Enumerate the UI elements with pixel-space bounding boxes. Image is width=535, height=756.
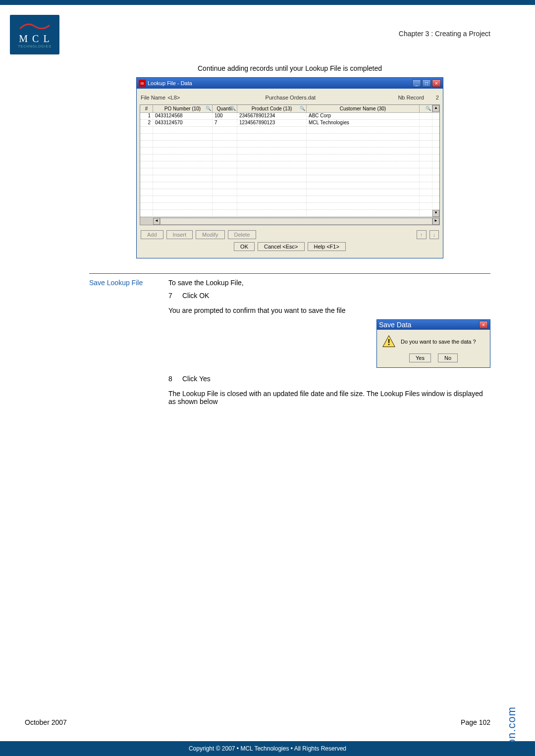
table-row: [140, 196, 439, 203]
table-row: [140, 154, 439, 161]
ok-button[interactable]: OK: [234, 242, 255, 251]
step-8-text: Click Yes: [182, 375, 211, 383]
scroll-left-button[interactable]: ◄: [153, 218, 160, 225]
search-icon: 🔍: [426, 106, 431, 111]
table-row: 1 0433124568 100 2345678901234 ABC Corp: [140, 113, 439, 120]
hscroll-track[interactable]: [160, 218, 432, 225]
wave-icon: [20, 21, 50, 31]
search-icon[interactable]: 🔍: [300, 106, 305, 111]
col-po[interactable]: PO Number (10)🔍: [153, 105, 213, 112]
save-line-2: You are prompted to confirm that you wan…: [168, 306, 490, 314]
data-grid[interactable]: # PO Number (10)🔍 Quantit🔍 Product Code …: [140, 104, 440, 225]
logo-text: M C L: [19, 33, 50, 45]
close-button[interactable]: ×: [432, 79, 441, 87]
footer-page: Page 102: [461, 718, 490, 726]
maximize-button[interactable]: □: [422, 79, 431, 87]
lookup-file-dialog: III Lookup File - Data _ □ × File Name <…: [136, 77, 443, 258]
table-row: [140, 134, 439, 141]
yes-button[interactable]: Yes: [409, 353, 431, 362]
step-8-number: 8: [168, 375, 175, 383]
savebox-title: Save Data: [379, 321, 411, 329]
save-line-3: The Lookup File is closed with an update…: [168, 390, 490, 405]
col-cust[interactable]: Customer Name (30): [307, 105, 420, 112]
table-row: [140, 161, 439, 168]
nb-record-value: 2: [429, 95, 439, 101]
modify-button[interactable]: Modify: [196, 230, 224, 239]
col-qty[interactable]: Quantit🔍: [213, 105, 237, 112]
minimize-button[interactable]: _: [412, 79, 421, 87]
col-prod[interactable]: Product Code (13)🔍: [237, 105, 307, 112]
save-line-1: To save the Lookup File,: [168, 279, 490, 287]
no-button[interactable]: No: [438, 353, 458, 362]
file-name-label: File Name: [141, 95, 165, 101]
app-icon: III: [139, 80, 146, 87]
dialog-titlebar[interactable]: III Lookup File - Data _ □ ×: [137, 78, 443, 89]
insert-button[interactable]: Insert: [166, 230, 193, 239]
move-up-button[interactable]: ↑: [417, 230, 427, 239]
table-row: [140, 182, 439, 189]
delete-button[interactable]: Delete: [228, 230, 257, 239]
file-name-code: <L8>: [167, 95, 180, 101]
warning-icon: !: [382, 335, 396, 349]
save-data-dialog: Save Data × ! Do you want to save the da…: [376, 319, 490, 368]
savebox-close-button[interactable]: ×: [479, 321, 488, 329]
search-icon[interactable]: 🔍: [206, 106, 211, 111]
chapter-title: Chapter 3 : Creating a Project: [399, 30, 490, 38]
table-row: [140, 141, 439, 148]
col-idx[interactable]: #: [140, 105, 153, 112]
mcl-logo: M C L TECHNOLOGIES: [10, 15, 59, 54]
table-row: [140, 175, 439, 182]
nb-record-label: Nb Record: [398, 95, 424, 101]
search-icon[interactable]: 🔍: [230, 106, 236, 111]
help-button[interactable]: Help <F1>: [308, 242, 346, 251]
section-label: Save Lookup File: [89, 279, 154, 410]
step-7-text: Click OK: [182, 292, 209, 300]
table-row: ▼: [140, 210, 439, 217]
cancel-button[interactable]: Cancel <Esc>: [258, 242, 304, 251]
savebox-titlebar[interactable]: Save Data ×: [377, 320, 490, 330]
add-button[interactable]: Add: [141, 230, 163, 239]
file-name-value: Purchase Orders.dat: [266, 95, 316, 101]
step-7-number: 7: [168, 292, 175, 300]
scroll-down-button[interactable]: ▼: [432, 210, 439, 217]
table-row: [140, 127, 439, 134]
table-row: [140, 203, 439, 210]
top-bar: [0, 0, 535, 5]
savebox-message: Do you want to save the data ?: [401, 339, 476, 345]
move-down-button[interactable]: ↓: [429, 230, 439, 239]
copyright-bar: Copyright © 2007 • MCL Technologies • Al…: [0, 741, 535, 756]
table-row: [140, 168, 439, 175]
table-row: [140, 148, 439, 154]
dialog-title: Lookup File - Data: [148, 80, 192, 86]
col-search[interactable]: 🔍: [420, 105, 432, 112]
intro-text: Continue adding records until your Looku…: [89, 64, 490, 72]
svg-text:!: !: [387, 338, 390, 347]
scroll-right-button[interactable]: ►: [432, 218, 439, 225]
table-row: [140, 189, 439, 196]
logo-subtext: TECHNOLOGIES: [18, 45, 52, 48]
scroll-up-button[interactable]: ▲: [432, 105, 439, 112]
table-row: 2 0433124570 7 1234567890123 MCL Technol…: [140, 120, 439, 127]
footer-date: October 2007: [25, 718, 67, 726]
